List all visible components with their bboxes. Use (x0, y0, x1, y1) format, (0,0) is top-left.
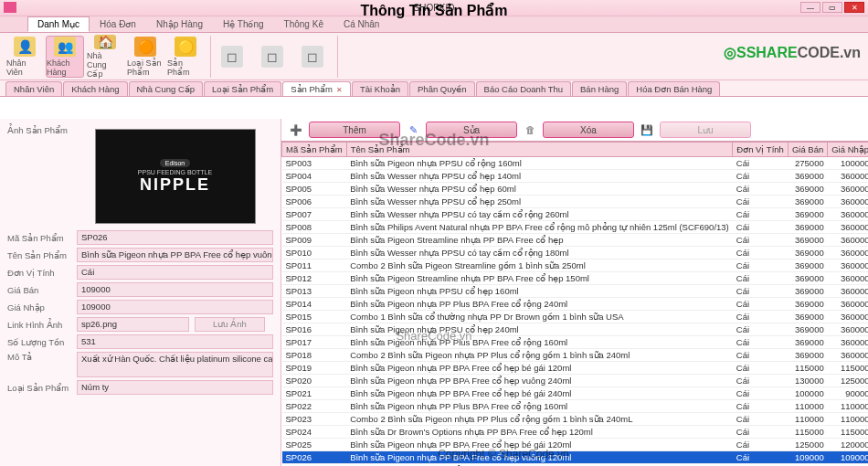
inner-tab-Tài Khoản[interactable]: Tài Khoản (352, 81, 408, 96)
ma-input[interactable]: SP026 (77, 230, 273, 245)
inner-tab-Khách Hàng[interactable]: Khách Hàng (63, 81, 127, 96)
window-controls: — ▭ ✕ (800, 2, 864, 13)
table-row[interactable]: SP004Bình sữa Wesser nhựa PPSU cổ hẹp 14… (282, 170, 869, 183)
table-row[interactable]: SP010Bình sữa Wesser nhựa PPSU có tay cầ… (282, 247, 869, 259)
col-header[interactable]: Giá Bán (788, 143, 827, 157)
table-panel: ➕ Thêm ✎ Sửa 🗑 Xóa 💾 Lưu Mã Sản PhẩmTên … (281, 119, 868, 466)
col-header[interactable]: Mã Sản Phẩm (282, 143, 347, 157)
inner-tab-Hóa Đơn Bán Hàng[interactable]: Hóa Đơn Bán Hàng (628, 81, 720, 96)
save-image-button[interactable]: Lưu Ảnh (195, 317, 264, 332)
menu-tab-Nhập Hàng[interactable]: Nhập Hàng (146, 16, 213, 32)
table-row[interactable]: SP012Bình sữa Pigeon Streamline nhựa PP … (282, 272, 869, 285)
inner-tab-Nhân Viên[interactable]: Nhân Viên (5, 81, 62, 96)
ribbon-placeholder-1[interactable]: ◻ (213, 36, 251, 78)
table-row[interactable]: SP014Bình sữa Pigeon nhựa PP Plus BPA Fr… (282, 298, 869, 311)
gianhap-input[interactable]: 109000 (77, 300, 273, 314)
menu-tab-Hóa Đơn[interactable]: Hóa Đơn (90, 16, 146, 32)
minimize-button[interactable]: — (800, 2, 820, 13)
dvt-input[interactable]: Cái (77, 265, 273, 280)
table-row[interactable]: SP016Bình sữa Pigeon nhựa PPSU cổ hẹp 24… (282, 323, 869, 336)
table-row[interactable]: SP008Bình sữa Philips Avent Natural nhựa… (282, 221, 869, 234)
inner-tab-Sản Phẩm[interactable]: Sản Phẩm✕ (282, 81, 351, 96)
inner-tab-Bán Hàng[interactable]: Bán Hàng (572, 81, 627, 96)
inner-tabs: Nhân ViênKhách HàngNhà Cung CấpLoại Sản … (0, 80, 868, 97)
table-row[interactable]: SP015Combo 1 Bình sữa cổ thường nhựa PP … (282, 311, 869, 323)
maximize-button[interactable]: ▭ (822, 2, 842, 13)
table-row[interactable]: SP024Bình sữa Dr Brown's Options nhựa PP… (282, 426, 869, 439)
form-panel: Ảnh Sản Phẩm Edison PPSU FEEDING BOTTLE … (0, 119, 281, 466)
table-row[interactable]: SP023Combo 2 Bình sữa Pigeon nhựa PP Plu… (282, 413, 869, 426)
delete-icon: 🗑 (523, 122, 537, 137)
add-button[interactable]: Thêm (309, 122, 400, 138)
edit-icon: ✎ (406, 122, 420, 137)
action-bar: ➕ Thêm ✎ Sửa 🗑 Xóa 💾 Lưu (281, 119, 868, 141)
table-row[interactable]: SP007Bình sữa Wesser nhựa PPSU có tay cầ… (282, 208, 869, 221)
menu-tab-Cá Nhân[interactable]: Cá Nhân (333, 16, 389, 32)
inner-tab-Nhà Cung Cấp[interactable]: Nhà Cung Cấp (129, 81, 204, 96)
table-row[interactable]: SP025Bình sữa Pigeon nhựa PP BPA Free cổ… (282, 439, 869, 451)
ribbon-placeholder-2[interactable]: ◻ (253, 36, 291, 78)
table-row[interactable]: SP003Bình sữa Pigeon nhựa PPSU cổ rộng 1… (282, 157, 869, 170)
ribbon-Khách Hàng[interactable]: 👥Khách Hàng (46, 36, 84, 78)
mota-input[interactable] (77, 352, 273, 377)
ten-input[interactable]: Bình sữa Pigeon nhựa PP BPA Free cổ hẹp … (77, 248, 273, 262)
ribbon-Nhân Viên[interactable]: 👤Nhân Viên (5, 36, 44, 78)
col-header[interactable]: Giá Nhập (828, 143, 868, 157)
delete-button[interactable]: Xóa (543, 122, 634, 138)
menu-tab-Danh Mục[interactable]: Danh Mục (27, 16, 90, 32)
table-row[interactable]: SP017Bình sữa Pigeon nhựa PP Plus BPA Fr… (282, 336, 869, 349)
inner-tab-Báo Cáo Doanh Thu[interactable]: Báo Cáo Doanh Thu (476, 81, 571, 96)
col-header[interactable]: Đơn Vị Tính (733, 143, 789, 157)
sharecode-logo: ◎SSHARECODE.vn (724, 44, 861, 61)
inner-tab-Phân Quyền[interactable]: Phân Quyền (409, 81, 475, 96)
ribbon-icon: 👤 (14, 37, 36, 57)
col-header[interactable]: Tên Sản Phẩm (346, 143, 733, 157)
titlebar: SHOPKID — ▭ ✕ (0, 0, 868, 16)
ribbon-icon: 🟠 (134, 37, 156, 57)
table-row[interactable]: SP020Bình sữa Pigeon nhựa PP BPA Free cổ… (282, 375, 869, 387)
ribbon-icon: 🟡 (175, 37, 196, 57)
table-row[interactable]: SP022Bình sữa Pigeon nhựa PP Plus BPA Fr… (282, 400, 869, 413)
ribbon: 👤Nhân Viên👥Khách Hàng🏠Nhà Cung Cấp🟠Loại … (0, 33, 868, 80)
table-row[interactable]: SP011Combo 2 Bình sữa Pigeon Streamline … (282, 259, 869, 272)
slt-input[interactable]: 531 (77, 334, 273, 349)
table-row[interactable]: SP018Combo 2 Bình sữa Pigeon nhựa PP Plu… (282, 349, 869, 362)
table-row[interactable]: SP019Bình sữa Pigeon nhựa PP BPA Free cổ… (282, 362, 869, 375)
content: Ảnh Sản Phẩm Edison PPSU FEEDING BOTTLE … (0, 119, 868, 466)
product-table: Mã Sản PhẩmTên Sản PhẩmĐơn Vị TínhGiá Bá… (281, 142, 868, 466)
hinh-input[interactable]: sp26.png (77, 317, 189, 332)
ribbon-placeholder-3[interactable]: ◻ (293, 36, 332, 78)
image-label: Ảnh Sản Phẩm (7, 125, 71, 135)
file-menu-icon[interactable] (4, 2, 16, 13)
close-button[interactable]: ✕ (844, 2, 864, 13)
ribbon-Sản Phẩm[interactable]: 🟡Sản Phẩm (166, 36, 205, 78)
ribbon-Loại Sản Phẩm[interactable]: 🟠Loại Sản Phẩm (126, 36, 164, 78)
table-scroll[interactable]: Mã Sản PhẩmTên Sản PhẩmĐơn Vị TínhGiá Bá… (281, 141, 868, 466)
inner-tab-Loại Sản Phẩm[interactable]: Loại Sản Phẩm (204, 81, 281, 96)
ribbon-Nhà Cung Cấp[interactable]: 🏠Nhà Cung Cấp (86, 36, 124, 78)
tab-close-icon[interactable]: ✕ (336, 86, 343, 94)
add-icon: ➕ (289, 122, 303, 137)
table-row[interactable]: SP026Bình sữa Pigeon nhựa PP BPA Free cổ… (282, 451, 869, 464)
table-row[interactable]: SP006Bình sữa Wesser nhựa PPSU cổ hẹp 25… (282, 196, 869, 208)
giaban-input[interactable]: 109000 (77, 282, 273, 297)
menu-tab-Hệ Thống[interactable]: Hệ Thống (213, 16, 274, 32)
menu-tab-Thông Kê[interactable]: Thông Kê (274, 16, 333, 32)
menu-tabs: Danh MụcHóa ĐơnNhập HàngHệ ThốngThông Kê… (0, 16, 868, 33)
edit-button[interactable]: Sửa (426, 122, 517, 138)
ribbon-icon: 🏠 (94, 35, 116, 49)
table-row[interactable]: SP005Bình sữa Wesser nhựa PPSU cổ hẹp 60… (282, 183, 869, 196)
ribbon-icon: 👥 (54, 37, 76, 57)
product-image: Edison PPSU FEEDING BOTTLE NIPPLE (95, 129, 256, 224)
table-row[interactable]: SP021Bình sữa Pigeon nhựa PP BPA Free cổ… (282, 387, 869, 400)
table-row[interactable]: SP013Bình sữa Pigeon nhựa PPSU cổ hẹp 16… (282, 285, 869, 298)
save-button: Lưu (660, 122, 751, 138)
table-row[interactable]: SP009Bình sữa Pigeon Streamline nhựa PP … (282, 234, 869, 247)
window-title: SHOPKID (413, 3, 454, 13)
save-icon: 💾 (640, 122, 654, 137)
loai-input[interactable]: Núm ty (77, 380, 273, 395)
